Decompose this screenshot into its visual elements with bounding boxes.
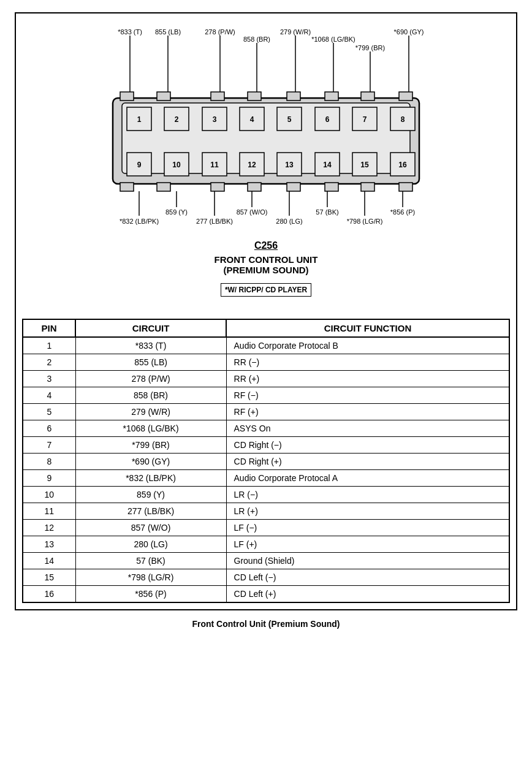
svg-text:857 (W/O): 857 (W/O)	[237, 208, 268, 216]
badge-row: *W/ RICPP/ CD PLAYER	[221, 283, 311, 297]
svg-text:9: 9	[137, 161, 142, 169]
col-header-function: CIRCUIT FUNCTION	[226, 319, 509, 337]
svg-text:277 (LB/BK): 277 (LB/BK)	[196, 218, 233, 225]
svg-text:280 (LG): 280 (LG)	[276, 218, 302, 225]
svg-text:4: 4	[250, 115, 254, 124]
svg-text:5: 5	[287, 115, 292, 124]
svg-text:855 (LB): 855 (LB)	[155, 28, 181, 36]
diagram-area: *833 (T) 855 (LB) 278 (P/W) 858 (BR) 279…	[22, 20, 510, 314]
svg-rect-44	[211, 183, 224, 191]
svg-rect-45	[248, 183, 261, 191]
svg-rect-43	[157, 183, 170, 191]
cell-circuit: 278 (P/W)	[75, 371, 226, 387]
cell-circuit: *832 (LB/PK)	[75, 470, 226, 487]
cell-circuit: 57 (BK)	[75, 553, 226, 569]
cell-function: ASYS On	[226, 420, 509, 437]
cell-circuit: *690 (GY)	[75, 454, 226, 470]
pin-table: PIN CIRCUIT CIRCUIT FUNCTION 1*833 (T)Au…	[22, 319, 510, 603]
cell-circuit: *856 (P)	[75, 586, 226, 603]
table-row: 4858 (BR)RF (−)	[23, 387, 509, 404]
svg-text:*798 (LG/R): *798 (LG/R)	[347, 218, 383, 225]
svg-text:2: 2	[175, 115, 179, 124]
table-row: 1*833 (T)Audio Corporate Protocal B	[23, 337, 509, 354]
table-row: 8*690 (GY)CD Right (+)	[23, 454, 509, 470]
cell-function: RR (+)	[226, 371, 509, 387]
table-row: 6*1068 (LG/BK)ASYS On	[23, 420, 509, 437]
cell-pin: 4	[23, 387, 75, 404]
main-container: *833 (T) 855 (LB) 278 (P/W) 858 (BR) 279…	[15, 12, 517, 610]
cell-function: LF (+)	[226, 536, 509, 553]
cell-pin: 14	[23, 553, 75, 569]
table-row: 9*832 (LB/PK)Audio Corporate Protocal A	[23, 470, 509, 487]
table-row: 11277 (LB/BK)LR (+)	[23, 503, 509, 520]
svg-text:*1068 (LG/BK): *1068 (LG/BK)	[311, 36, 355, 43]
cell-pin: 12	[23, 520, 75, 536]
cell-pin: 3	[23, 371, 75, 387]
cell-circuit: *798 (LG/R)	[75, 569, 226, 586]
svg-rect-23	[361, 92, 374, 101]
cell-function: CD Right (+)	[226, 454, 509, 470]
svg-text:1: 1	[137, 115, 142, 124]
cell-pin: 10	[23, 487, 75, 503]
svg-rect-22	[325, 92, 338, 101]
cell-pin: 1	[23, 337, 75, 354]
svg-text:11: 11	[210, 161, 219, 169]
w-ricpp-badge: *W/ RICPP/ CD PLAYER	[221, 283, 311, 297]
col-header-pin: PIN	[23, 319, 75, 337]
svg-text:57 (BK): 57 (BK)	[316, 208, 338, 216]
svg-text:*799 (BR): *799 (BR)	[355, 44, 385, 51]
cell-circuit: 855 (LB)	[75, 354, 226, 371]
cell-function: LR (+)	[226, 503, 509, 520]
cell-function: LF (−)	[226, 520, 509, 536]
cell-function: CD Right (−)	[226, 437, 509, 454]
svg-text:859 (Y): 859 (Y)	[165, 208, 188, 216]
svg-text:3: 3	[213, 115, 217, 124]
cell-pin: 2	[23, 354, 75, 371]
cell-circuit: 857 (W/O)	[75, 520, 226, 536]
table-row: 7*799 (BR)CD Right (−)	[23, 437, 509, 454]
svg-text:279 (W/R): 279 (W/R)	[280, 28, 311, 36]
svg-rect-17	[120, 92, 134, 101]
svg-text:278 (P/W): 278 (P/W)	[205, 28, 235, 36]
connector-diagram: *833 (T) 855 (LB) 278 (P/W) 858 (BR) 279…	[22, 26, 510, 234]
cell-circuit: 280 (LG)	[75, 536, 226, 553]
cell-pin: 9	[23, 470, 75, 487]
cell-circuit: *833 (T)	[75, 337, 226, 354]
connector-title-sub: (PREMIUM SOUND)	[215, 265, 318, 275]
svg-text:*833 (T): *833 (T)	[118, 28, 142, 36]
svg-rect-46	[287, 183, 300, 191]
svg-rect-42	[120, 183, 134, 191]
svg-rect-18	[157, 92, 170, 101]
cell-circuit: 279 (W/R)	[75, 404, 226, 420]
cell-function: Audio Corporate Protocal A	[226, 470, 509, 487]
svg-text:858 (BR): 858 (BR)	[243, 36, 270, 43]
cell-circuit: *799 (BR)	[75, 437, 226, 454]
svg-text:*856 (P): *856 (P)	[390, 208, 415, 216]
table-row: 12857 (W/O)LF (−)	[23, 520, 509, 536]
svg-text:12: 12	[248, 161, 256, 169]
cell-circuit: 277 (LB/BK)	[75, 503, 226, 520]
cell-pin: 8	[23, 454, 75, 470]
cell-pin: 16	[23, 586, 75, 603]
cell-circuit: *1068 (LG/BK)	[75, 420, 226, 437]
svg-text:*832 (LB/PK): *832 (LB/PK)	[120, 218, 159, 225]
svg-text:6: 6	[325, 115, 330, 124]
table-row: 10859 (Y)LR (−)	[23, 487, 509, 503]
table-row: 5279 (W/R)RF (+)	[23, 404, 509, 420]
cell-circuit: 858 (BR)	[75, 387, 226, 404]
table-row: 16*856 (P)CD Left (+)	[23, 586, 509, 603]
cell-function: RF (−)	[226, 387, 509, 404]
cell-pin: 15	[23, 569, 75, 586]
cell-function: CD Left (−)	[226, 569, 509, 586]
cell-function: RR (−)	[226, 354, 509, 371]
cell-pin: 7	[23, 437, 75, 454]
connector-label: C256 FRONT CONTROL UNIT (PREMIUM SOUND)	[215, 240, 318, 275]
cell-function: RF (+)	[226, 404, 509, 420]
svg-text:14: 14	[323, 161, 332, 169]
svg-text:8: 8	[401, 115, 405, 124]
svg-text:16: 16	[398, 161, 407, 169]
cell-pin: 6	[23, 420, 75, 437]
cell-function: LR (−)	[226, 487, 509, 503]
table-row: 3278 (P/W)RR (+)	[23, 371, 509, 387]
connector-title-main: FRONT CONTROL UNIT	[215, 254, 318, 265]
